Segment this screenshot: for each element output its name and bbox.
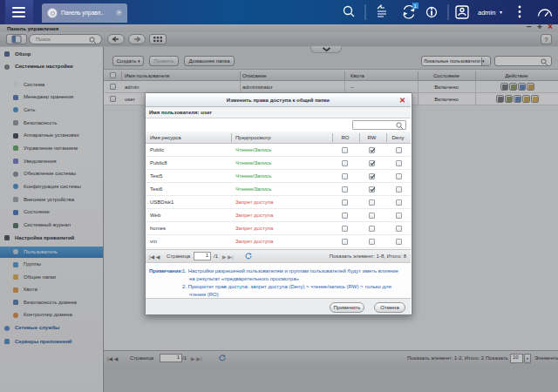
svg-text:▾: ▾ <box>500 10 502 15</box>
svg-text:admin: admin <box>478 9 495 17</box>
